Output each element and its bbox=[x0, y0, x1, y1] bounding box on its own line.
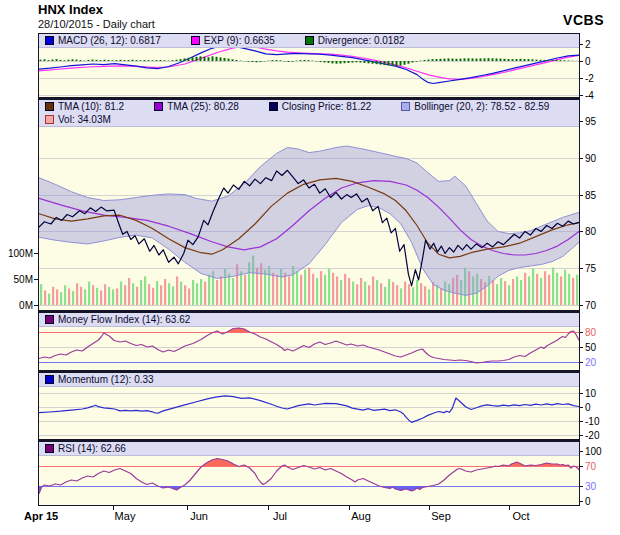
y-axis-label: 0 bbox=[585, 402, 591, 413]
legend-swatch-icon bbox=[45, 315, 54, 324]
chart-frame: MACD (26, 12): 0.6817EXP (9): 0.6635Dive… bbox=[38, 33, 580, 506]
x-axis-label: Jun bbox=[181, 510, 217, 523]
momentum-panel: Momentum (12): 0.33 bbox=[39, 373, 579, 439]
page-title: HNX Index bbox=[38, 2, 103, 17]
brand-logo: VCBS bbox=[563, 12, 604, 28]
mfi-panel: Money Flow Index (14): 63.62 bbox=[39, 313, 579, 370]
y-axis-label: -2 bbox=[585, 73, 594, 84]
legend-label: Vol: 34.03M bbox=[58, 114, 111, 125]
legend-label: TMA (10): 81.2 bbox=[58, 101, 124, 112]
x-axis-label: May bbox=[107, 510, 143, 523]
price-legend-row2: Vol: 34.03M bbox=[39, 113, 579, 127]
legend-swatch-icon bbox=[269, 102, 278, 111]
legend-item: Money Flow Index (14): 63.62 bbox=[45, 314, 190, 325]
y-axis-label: 80 bbox=[585, 327, 596, 338]
legend-item: RSI (14): 62.66 bbox=[45, 443, 126, 454]
y-axis-label: -4 bbox=[585, 90, 594, 101]
axis-tick bbox=[268, 506, 269, 510]
x-axis-start-label: Apr 15 bbox=[24, 510, 58, 522]
legend-label: Bollinger (20, 2): 78.52 - 82.59 bbox=[414, 101, 549, 112]
rsi-panel: RSI (14): 62.66 bbox=[39, 442, 579, 505]
legend-item: Momentum (12): 0.33 bbox=[45, 374, 154, 385]
y-axis-label: 70 bbox=[585, 461, 596, 472]
mfi-legend: Money Flow Index (14): 63.62 bbox=[39, 313, 579, 327]
y-axis-label: -10 bbox=[585, 416, 599, 427]
axis-tick bbox=[429, 506, 430, 510]
legend-item: TMA (25): 80.28 bbox=[154, 101, 239, 112]
legend-swatch-icon bbox=[45, 36, 54, 45]
legend-swatch-icon bbox=[45, 115, 54, 124]
y-axis-label: 80 bbox=[585, 226, 596, 237]
macd-legend: MACD (26, 12): 0.6817EXP (9): 0.6635Dive… bbox=[39, 34, 579, 48]
legend-swatch-icon bbox=[154, 102, 163, 111]
axis-tick bbox=[187, 506, 188, 510]
legend-item: MACD (26, 12): 0.6817 bbox=[45, 35, 161, 46]
momentum-legend: Momentum (12): 0.33 bbox=[39, 373, 579, 387]
y-axis-label: 95 bbox=[585, 116, 596, 127]
rsi-legend: RSI (14): 62.66 bbox=[39, 442, 579, 456]
axis-tick bbox=[113, 506, 114, 510]
chart-date-subtitle: 28/10/2015 - Daily chart bbox=[38, 18, 155, 30]
legend-item: TMA (10): 81.2 bbox=[45, 101, 124, 112]
legend-swatch-icon bbox=[401, 102, 410, 111]
price-panel: TMA (10): 81.2TMA (25): 80.28Closing Pri… bbox=[39, 100, 579, 310]
y-axis-label: -20 bbox=[585, 430, 599, 441]
price-legend-row1: TMA (10): 81.2TMA (25): 80.28Closing Pri… bbox=[39, 100, 579, 113]
legend-label: Money Flow Index (14): 63.62 bbox=[58, 314, 190, 325]
y-axis-label: 0 bbox=[585, 56, 591, 67]
legend-label: EXP (9): 0.6635 bbox=[204, 35, 275, 46]
y-axis-label: 0 bbox=[585, 496, 591, 507]
legend-item: Divergence: 0.0182 bbox=[305, 35, 405, 46]
volume-axis-label: 50M bbox=[0, 274, 33, 285]
x-axis-label: Jul bbox=[262, 510, 298, 523]
price-plot[interactable] bbox=[39, 100, 579, 310]
legend-label: MACD (26, 12): 0.6817 bbox=[58, 35, 161, 46]
y-axis-label: 90 bbox=[585, 153, 596, 164]
legend-item: EXP (9): 0.6635 bbox=[191, 35, 275, 46]
y-axis-label: 10 bbox=[585, 388, 596, 399]
legend-item: Vol: 34.03M bbox=[45, 114, 111, 125]
legend-swatch-icon bbox=[191, 36, 200, 45]
legend-label: TMA (25): 80.28 bbox=[167, 101, 239, 112]
axis-tick bbox=[509, 506, 510, 510]
y-axis-label: 50 bbox=[585, 342, 596, 353]
y-axis-label: 2 bbox=[585, 39, 591, 50]
hnx-daily-chart-screen: { "header": { "title": "HNX Index", "sub… bbox=[0, 0, 620, 535]
legend-item: Bollinger (20, 2): 78.52 - 82.59 bbox=[401, 101, 549, 112]
macd-panel: MACD (26, 12): 0.6817EXP (9): 0.6635Dive… bbox=[39, 34, 579, 97]
legend-label: Divergence: 0.0182 bbox=[318, 35, 405, 46]
legend-label: Momentum (12): 0.33 bbox=[58, 374, 154, 385]
legend-item: Closing Price: 81.22 bbox=[269, 101, 372, 112]
legend-label: Closing Price: 81.22 bbox=[282, 101, 372, 112]
y-axis-label: 85 bbox=[585, 190, 596, 201]
x-axis-label: Aug bbox=[343, 510, 379, 523]
x-axis-label: Oct bbox=[503, 510, 539, 523]
legend-swatch-icon bbox=[45, 444, 54, 453]
legend-swatch-icon bbox=[45, 102, 54, 111]
volume-axis-label: 0M bbox=[0, 300, 33, 311]
legend-swatch-icon bbox=[45, 375, 54, 384]
y-axis-label: 100 bbox=[585, 446, 602, 457]
y-axis-label: 70 bbox=[585, 300, 596, 311]
y-axis-label: 30 bbox=[585, 481, 596, 492]
volume-axis-label: 100M bbox=[0, 248, 33, 259]
legend-swatch-icon bbox=[305, 36, 314, 45]
y-axis-label: 20 bbox=[585, 357, 596, 368]
x-axis-label: Sep bbox=[423, 510, 459, 523]
y-axis-label: 75 bbox=[585, 263, 596, 274]
axis-tick bbox=[349, 506, 350, 510]
legend-label: RSI (14): 62.66 bbox=[58, 443, 126, 454]
